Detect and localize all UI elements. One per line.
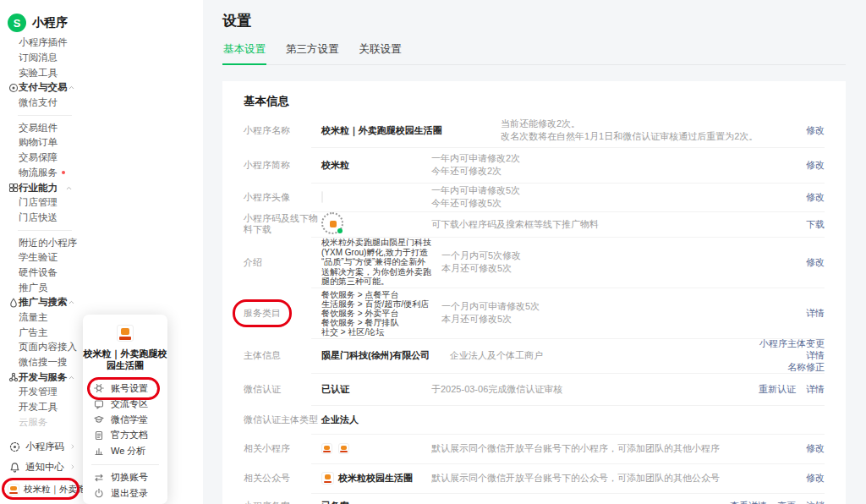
cancel-filing-link[interactable]: 注销 [806, 500, 825, 504]
menu-item-wechat-academy[interactable]: 微信学堂 [83, 412, 167, 428]
desc-line: 改名次数将在自然年1月1日和微信认证审核通过后重置为2次。 [501, 130, 797, 143]
sidebar-item-lab-tools[interactable]: 实验工具 [0, 65, 85, 80]
sidebar-item-mini-code[interactable]: 小程序码 [0, 436, 85, 457]
subject-type-value: 企业法人 [321, 414, 421, 426]
modify-link[interactable]: 修改 [806, 256, 825, 269]
details-link[interactable]: 详情 [806, 383, 825, 396]
row-label: 小程序备案 [244, 500, 321, 504]
subject-change-link[interactable]: 小程序主体变更 [759, 338, 825, 349]
sidebar-item-label: 微信支付 [0, 96, 58, 109]
desc-line: 一个月内可5次修改 [441, 249, 797, 262]
sidebar-item-label: 门店快送 [0, 211, 58, 224]
sidebar-item-label: 物流服务 [0, 167, 58, 179]
sidebar-item-trade-guarantee[interactable]: 交易保障 [0, 151, 85, 166]
sidebar-item-dev-mgmt[interactable]: 开发管理 [0, 385, 85, 400]
sidebar-item-dev-tools[interactable]: 开发工具 [0, 400, 85, 415]
service-category-value: 餐饮服务 > 点餐平台 生活服务 > 百货/超市/便利店 餐饮服务 > 外卖平台… [321, 290, 431, 337]
sidebar-nav: 小程序插件 订阅消息 实验工具 支付与交易 微信支付 交易组件 购物订单 交易保… [0, 36, 85, 430]
row-mp-abbreviation: 小程序简称 校米粒 一年内可申请修改2次 今年还可修改2次 修改 [244, 147, 825, 183]
reverify-link[interactable]: 重新认证 [759, 383, 796, 396]
sidebar-item-shopping-orders[interactable]: 购物订单 [0, 135, 85, 151]
related-mp-value [321, 443, 421, 455]
details-link[interactable]: 详情 [806, 307, 825, 320]
menu-item-logout[interactable]: 退出登录 [83, 485, 167, 501]
sidebar-item-promoter[interactable]: 推广员 [0, 280, 85, 295]
row-label: 微信认证主体类型 [244, 414, 321, 426]
row-mp-code-download: 小程序码及线下物料下载 可下载小程序码及搜索框等线下推广物料 下载 [244, 211, 825, 237]
row-desc: 一个月内可5次修改 本月还可修改5次 [441, 249, 797, 275]
modify-link[interactable]: 修改 [806, 442, 825, 455]
category-line: 餐饮服务 > 餐厅排队 [321, 318, 431, 327]
sidebar-item-label: 页面内容接入 [0, 341, 77, 353]
app-logo: S 小程序 [0, 0, 203, 32]
change-link[interactable]: 变更 [777, 500, 796, 504]
sidebar-group-promotion[interactable]: 推广与搜索 [0, 295, 85, 310]
official-account-name: 校米粒校园生活圈 [338, 472, 413, 485]
wechat-miniprogram-console: S 小程序 小程序插件 订阅消息 实验工具 支付与交易 微信支付 交易组件 购物… [0, 0, 866, 504]
menu-item-label: 切换账号 [111, 471, 148, 484]
tab-basic-settings[interactable]: 基本设置 [222, 42, 266, 65]
menu-item-label: 交流专区 [111, 397, 148, 410]
sidebar-item-advertiser[interactable]: 广告主 [0, 325, 85, 340]
sidebar-group-industry[interactable]: 行业能力 [0, 180, 85, 195]
row-desc: 于2025-03-06完成微信认证审核 [431, 383, 750, 396]
modify-link[interactable]: 修改 [806, 159, 825, 172]
related-mp-icon [338, 443, 349, 454]
row-actions: 查看详情 变更 注销 [730, 500, 825, 504]
sidebar-item-student-verify[interactable]: 学生验证 [0, 250, 85, 266]
modify-link[interactable]: 修改 [806, 191, 825, 204]
row-label: 小程序码及线下物料下载 [244, 213, 321, 235]
tab-third-party-settings[interactable]: 第三方设置 [285, 42, 340, 64]
sidebar-item-trade-component[interactable]: 交易组件 [0, 120, 85, 135]
view-details-link[interactable]: 查看详情 [730, 500, 767, 504]
download-link[interactable]: 下载 [806, 218, 825, 231]
menu-item-community[interactable]: 交流专区 [83, 397, 167, 413]
menu-item-account-settings[interactable]: 账号设置 [83, 381, 167, 397]
row-actions: 修改 [806, 472, 825, 485]
details-link[interactable]: 详情 [759, 350, 825, 361]
settings-tabs: 基本设置 第三方设置 关联设置 [222, 42, 846, 65]
name-correction-link[interactable]: 名称修正 [759, 362, 825, 373]
desc-line: 本月还可修改5次 [441, 262, 797, 275]
sidebar-item-label: 交易保障 [0, 151, 58, 164]
sidebar-item-cloud-service[interactable]: 云服务 [0, 415, 85, 430]
sidebar-item-page-content[interactable]: 页面内容接入 [0, 340, 85, 355]
row-desc: 当前还能修改2次。 改名次数将在自然年1月1日和微信认证审核通过后重置为2次。 [501, 118, 797, 143]
sidebar-item-store-mgmt[interactable]: 门店管理 [0, 195, 85, 211]
sidebar-item-wechat-pay[interactable]: 微信支付 [0, 96, 85, 111]
modify-link[interactable]: 修改 [806, 124, 825, 137]
main-content: 设置 基本设置 第三方设置 关联设置 基本信息 小程序名称 校米粒｜外卖跑腿校园… [203, 0, 866, 504]
mini-code-icon [6, 441, 23, 452]
row-subject-info: 主体信息 陨星门科技(徐州)有限公司 企业法人及个体工商户 小程序主体变更 详情… [244, 338, 825, 373]
sidebar-account-switcher[interactable]: 校米粒｜外卖跑... [0, 480, 85, 499]
sidebar-group-label: 支付与交易 [19, 81, 68, 94]
sidebar-item-nearby[interactable]: 附近的小程序 [0, 235, 85, 250]
category-line: 生活服务 > 百货/超市/便利店 [321, 299, 431, 309]
sidebar-group-payments[interactable]: 支付与交易 [0, 80, 85, 96]
sidebar-item-store-delivery[interactable]: 门店快送 [0, 211, 85, 226]
mp-code-value [321, 212, 421, 236]
category-line: 餐饮服务 > 点餐平台 [321, 290, 431, 299]
menu-item-official-docs[interactable]: 官方文档 [83, 428, 167, 444]
row-desc: 可下载小程序码及搜索框等线下推广物料 [431, 218, 797, 231]
sidebar-item-label: 推广员 [0, 282, 48, 294]
menu-item-switch-account[interactable]: 切换账号 [83, 470, 167, 486]
sidebar-item-wechat-search[interactable]: 微信搜一搜 [0, 355, 85, 370]
tab-related-settings[interactable]: 关联设置 [359, 42, 403, 64]
sidebar-item-subscribe-msg[interactable]: 订阅消息 [0, 51, 85, 66]
sidebar-item-hardware[interactable]: 硬件设备 [0, 266, 85, 281]
sidebar-item-traffic-owner[interactable]: 流量主 [0, 310, 85, 326]
desc-line: 企业法人及个体工商户 [450, 349, 751, 362]
sidebar-item-logistics[interactable]: 物流服务 [0, 166, 85, 181]
sidebar-group-label: 开发与服务 [19, 371, 68, 384]
popup-divider [91, 464, 159, 465]
sidebar-item-notification-center[interactable]: 通知中心 [0, 457, 85, 477]
related-mp-icon [321, 443, 332, 454]
menu-item-we-analytics[interactable]: We 分析 [83, 443, 167, 459]
modify-link[interactable]: 修改 [806, 472, 825, 485]
row-actions: 重新认证 详情 [759, 383, 825, 396]
row-actions: 详情 [806, 307, 825, 320]
sidebar-group-dev[interactable]: 开发与服务 [0, 370, 85, 385]
desc-line: 一个月内可申请修改5次 [441, 300, 797, 313]
sidebar-item-plugins[interactable]: 小程序插件 [0, 36, 85, 51]
